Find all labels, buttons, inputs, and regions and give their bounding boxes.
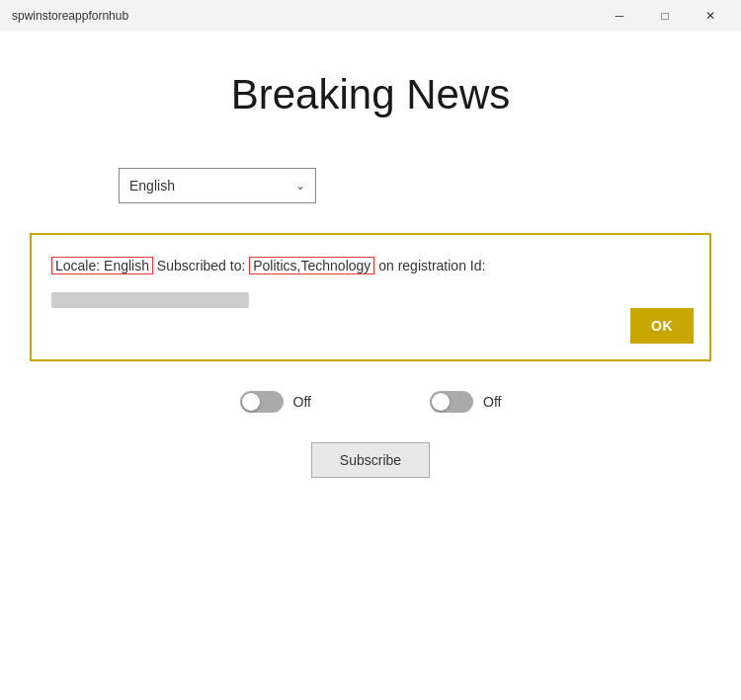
close-button[interactable]: ✕ <box>688 0 733 32</box>
toggle-group-1: Off <box>240 391 311 413</box>
toggle-1[interactable] <box>240 391 284 413</box>
toggle-thumb-1 <box>242 393 260 411</box>
registration-id-placeholder <box>51 292 249 308</box>
subscribed-highlight: Politics,Technology <box>249 257 374 274</box>
subscribe-button[interactable]: Subscribe <box>311 442 430 478</box>
toggle-label-1: Off <box>293 394 311 410</box>
language-dropdown-container: English ⌄ <box>119 168 316 203</box>
minimize-button[interactable]: ─ <box>597 0 642 32</box>
toggle-label-2: Off <box>483 394 501 410</box>
dialog-text: Locale: English Subscribed to: Politics,… <box>51 255 690 276</box>
window-controls: ─ □ ✕ <box>597 0 733 32</box>
app-title: spwinstoreappfornhub <box>12 9 128 23</box>
language-dropdown[interactable]: English ⌄ <box>119 168 316 203</box>
page-title: Breaking News <box>231 71 510 118</box>
dialog-box: Locale: English Subscribed to: Politics,… <box>30 233 711 361</box>
maximize-button[interactable]: □ <box>642 0 688 32</box>
locale-highlight: Locale: English <box>51 257 153 274</box>
toggle-2[interactable] <box>430 391 473 413</box>
locale-label: Locale: English Subscribed to: Politics,… <box>51 257 485 274</box>
chevron-down-icon: ⌄ <box>295 179 305 193</box>
main-content: Breaking News English ⌄ Locale: English … <box>0 32 741 700</box>
title-bar: spwinstoreappfornhub ─ □ ✕ <box>0 0 741 32</box>
dropdown-selected-value: English <box>129 178 175 194</box>
toggle-group-2: Off <box>430 391 501 413</box>
toggles-row: Off Off <box>240 391 502 413</box>
ok-button[interactable]: OK <box>630 308 694 344</box>
toggle-thumb-2 <box>432 393 450 411</box>
